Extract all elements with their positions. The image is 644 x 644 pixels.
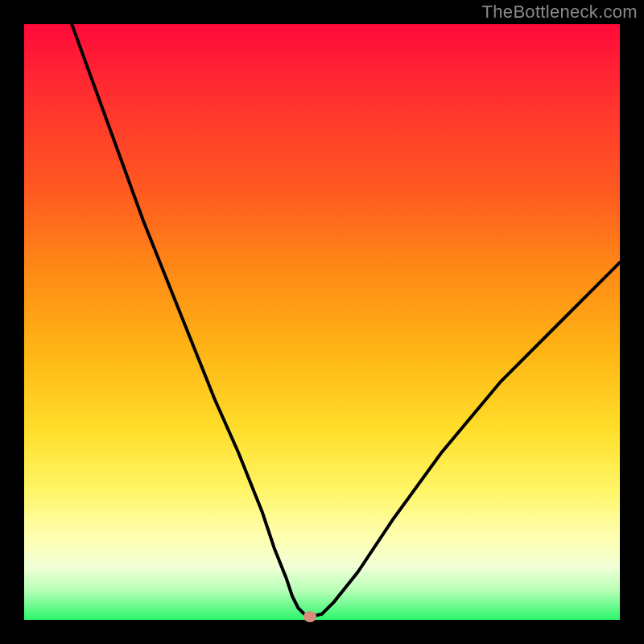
watermark-text: TheBottleneck.com <box>482 2 638 23</box>
chart-frame: TheBottleneck.com <box>0 0 644 644</box>
curve-svg <box>24 24 620 620</box>
bottleneck-curve-path <box>72 24 620 617</box>
plot-area <box>24 24 620 620</box>
min-marker <box>303 611 316 622</box>
